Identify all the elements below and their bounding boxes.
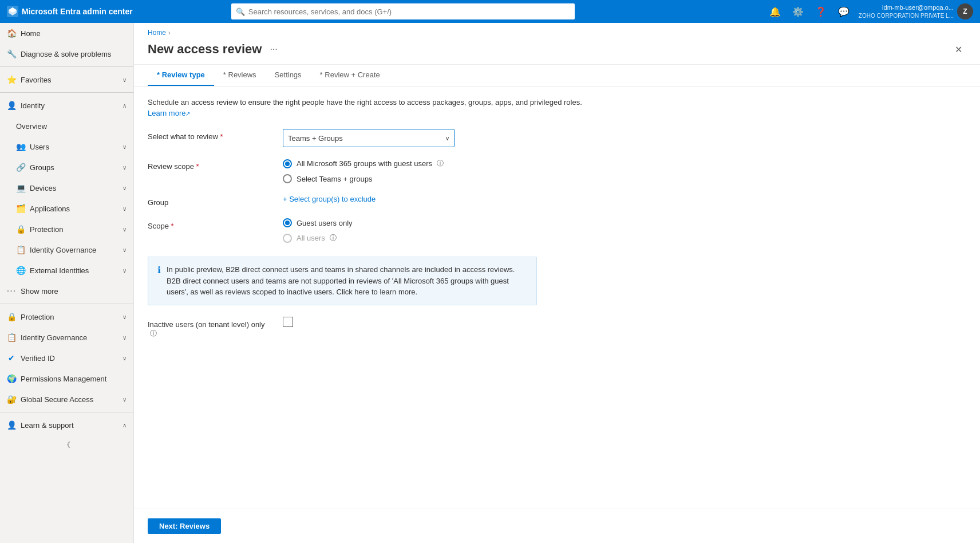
sidebar-item-diagnose[interactable]: 🔧 Diagnose & solve problems bbox=[0, 44, 133, 64]
help-icon[interactable]: ❓ bbox=[813, 3, 829, 19]
tab-review-create[interactable]: * Review + Create bbox=[311, 65, 389, 86]
search-input[interactable] bbox=[248, 7, 570, 16]
review-scope-select-teams-radio[interactable] bbox=[283, 174, 292, 183]
devices-icon: 💻 bbox=[16, 183, 25, 192]
next-button[interactable]: Next: Reviews bbox=[148, 518, 221, 534]
sidebar-item-global-secure-access[interactable]: 🔐 Global Secure Access ∨ bbox=[0, 389, 133, 410]
breadcrumb-separator: › bbox=[168, 30, 170, 36]
tab-review-type[interactable]: * Review type bbox=[148, 65, 214, 86]
sidebar-item-identity[interactable]: 👤 Identity ∧ bbox=[0, 95, 133, 116]
content-area: Home › New access review ··· ✕ * Review … bbox=[134, 23, 980, 543]
user-org: ZOHO CORPORATION PRIVATE L... bbox=[859, 12, 954, 19]
verified-id-chevron-icon: ∨ bbox=[122, 355, 127, 361]
scope-guest-only[interactable]: Guest users only bbox=[283, 218, 569, 227]
sidebar-item-users[interactable]: 👥 Users ∨ bbox=[0, 136, 133, 157]
groups-chevron-icon: ∨ bbox=[122, 164, 127, 171]
verified-id-icon: ✔ bbox=[7, 353, 16, 363]
sidebar-label-permissions: Permissions Management bbox=[21, 375, 127, 383]
main-layout: 🏠 Home 🔧 Diagnose & solve problems ⭐ Fav… bbox=[0, 23, 980, 543]
external-identities-chevron-icon: ∨ bbox=[122, 267, 127, 274]
form-description: Schedule an access review to ensure the … bbox=[148, 98, 966, 107]
sidebar-label-diagnose: Diagnose & solve problems bbox=[21, 50, 127, 58]
close-button[interactable]: ✕ bbox=[950, 41, 966, 57]
inactive-users-control bbox=[283, 317, 569, 327]
sidebar-item-verified-id[interactable]: ✔ Verified ID ∨ bbox=[0, 348, 133, 368]
notifications-icon[interactable]: 🔔 bbox=[767, 3, 783, 19]
global-secure-access-chevron-icon: ∨ bbox=[122, 396, 127, 403]
home-icon: 🏠 bbox=[7, 29, 16, 38]
info-banner-text: In public preview, B2B direct connect us… bbox=[167, 264, 527, 298]
sidebar-item-permissions[interactable]: 🌍 Permissions Management bbox=[0, 368, 133, 389]
review-scope-all-ms365-radio[interactable] bbox=[283, 159, 292, 168]
external-link-icon: ↗ bbox=[185, 111, 190, 117]
sidebar-label-verified-id: Verified ID bbox=[21, 354, 118, 363]
identity-governance2-icon: 📋 bbox=[7, 333, 16, 342]
sidebar-collapse-button[interactable]: 《 bbox=[0, 435, 133, 455]
review-scope-all-ms365-info-icon[interactable]: ⓘ bbox=[437, 159, 444, 168]
review-scope-radio-group: All Microsoft 365 groups with guest user… bbox=[283, 159, 569, 183]
learn-more-link[interactable]: Learn more bbox=[148, 109, 185, 117]
tabs-bar: * Review type * Reviews Settings * Revie… bbox=[134, 65, 980, 86]
group-row: Group + Select group(s) to exclude bbox=[148, 195, 966, 207]
scope-required: * bbox=[171, 222, 174, 230]
applications-chevron-icon: ∨ bbox=[122, 206, 127, 212]
page-header: New access review ··· ✕ bbox=[134, 39, 980, 65]
scope-all-users-radio[interactable] bbox=[283, 234, 292, 243]
page-menu-icon[interactable]: ··· bbox=[270, 44, 277, 54]
sidebar-item-identity-governance2[interactable]: 📋 Identity Governance ∨ bbox=[0, 327, 133, 348]
protection-chevron-icon: ∨ bbox=[122, 226, 127, 233]
global-secure-access-icon: 🔐 bbox=[7, 395, 16, 404]
settings-icon[interactable]: ⚙️ bbox=[790, 3, 806, 19]
dropdown-value: Teams + Groups bbox=[288, 134, 343, 143]
protection2-chevron-icon: ∨ bbox=[122, 314, 127, 320]
sidebar-item-devices[interactable]: 💻 Devices ∨ bbox=[0, 178, 133, 198]
user-avatar[interactable]: Z bbox=[957, 3, 973, 19]
review-scope-select-teams[interactable]: Select Teams + groups bbox=[283, 174, 569, 183]
sidebar-label-applications: Applications bbox=[30, 204, 118, 213]
sidebar-item-protection[interactable]: 🔒 Protection ∨ bbox=[0, 219, 133, 239]
tab-settings[interactable]: Settings bbox=[266, 65, 311, 86]
select-what-dropdown[interactable]: Teams + Groups ∨ bbox=[283, 129, 455, 147]
select-groups-link[interactable]: + Select group(s) to exclude bbox=[283, 195, 376, 203]
sidebar-item-external-identities[interactable]: 🌐 External Identities ∨ bbox=[0, 260, 133, 281]
sidebar-label-groups: Groups bbox=[30, 163, 118, 172]
sidebar-item-show-more[interactable]: ··· Show more bbox=[0, 281, 133, 301]
sidebar-item-home[interactable]: 🏠 Home bbox=[0, 23, 133, 44]
sidebar-label-favorites: Favorites bbox=[21, 76, 118, 84]
sidebar-item-applications[interactable]: 🗂️ Applications ∨ bbox=[0, 198, 133, 219]
search-icon: 🔍 bbox=[236, 7, 245, 16]
sidebar-item-favorites[interactable]: ⭐ Favorites ∨ bbox=[0, 69, 133, 90]
review-scope-control: All Microsoft 365 groups with guest user… bbox=[283, 159, 569, 183]
sidebar-item-groups[interactable]: 🔗 Groups ∨ bbox=[0, 157, 133, 178]
scope-radio-group: Guest users only All users ⓘ bbox=[283, 218, 569, 243]
protection-icon: 🔒 bbox=[16, 225, 25, 234]
user-name: idm-mb-user@ompqa.o... bbox=[859, 3, 954, 11]
breadcrumb: Home › bbox=[134, 23, 980, 39]
scope-all-users-info-icon[interactable]: ⓘ bbox=[330, 233, 337, 243]
sidebar: 🏠 Home 🔧 Diagnose & solve problems ⭐ Fav… bbox=[0, 23, 134, 543]
review-scope-all-ms365[interactable]: All Microsoft 365 groups with guest user… bbox=[283, 159, 569, 168]
learn-support-icon: 👤 bbox=[7, 420, 16, 430]
inactive-users-label: Inactive users (on tenant level) only ⓘ bbox=[148, 317, 274, 339]
inactive-users-info-icon[interactable]: ⓘ bbox=[150, 329, 157, 337]
favorites-chevron-icon: ∨ bbox=[122, 77, 127, 83]
sidebar-divider-2 bbox=[0, 92, 133, 93]
scope-all-users[interactable]: All users ⓘ bbox=[283, 233, 569, 243]
breadcrumb-home[interactable]: Home bbox=[148, 29, 166, 37]
feedback-icon[interactable]: 💬 bbox=[836, 3, 852, 19]
diagnose-icon: 🔧 bbox=[7, 49, 16, 58]
review-scope-all-ms365-label: All Microsoft 365 groups with guest user… bbox=[297, 159, 432, 168]
sidebar-item-learn-support[interactable]: 👤 Learn & support ∧ bbox=[0, 415, 133, 435]
sidebar-item-protection2[interactable]: 🔒 Protection ∨ bbox=[0, 306, 133, 327]
topbar-actions: 🔔 ⚙️ ❓ 💬 idm-mb-user@ompqa.o... ZOHO COR… bbox=[767, 3, 973, 19]
search-bar[interactable]: 🔍 bbox=[231, 3, 575, 19]
learn-support-chevron-icon: ∧ bbox=[122, 422, 127, 428]
groups-icon: 🔗 bbox=[16, 163, 25, 172]
inactive-users-checkbox[interactable] bbox=[283, 317, 293, 327]
tab-reviews[interactable]: * Reviews bbox=[214, 65, 266, 86]
favorites-icon: ⭐ bbox=[7, 75, 16, 84]
scope-guest-only-radio[interactable] bbox=[283, 218, 292, 227]
sidebar-item-overview[interactable]: Overview bbox=[0, 116, 133, 136]
sidebar-item-identity-governance[interactable]: 📋 Identity Governance ∨ bbox=[0, 239, 133, 260]
group-control: + Select group(s) to exclude bbox=[283, 195, 569, 203]
